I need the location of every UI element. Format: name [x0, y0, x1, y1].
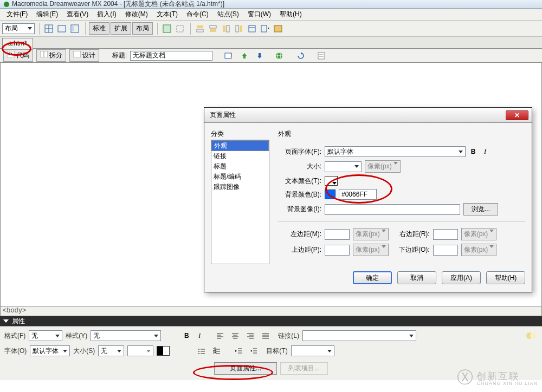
mode-standard[interactable]: 标准	[89, 22, 109, 35]
insertbar-category[interactable]: 布局	[2, 23, 35, 34]
quick-tag-icon[interactable]	[526, 330, 538, 342]
menu-view[interactable]: 查看(V)	[62, 9, 93, 20]
cat-links[interactable]: 链接	[211, 151, 269, 161]
style-select[interactable]: 无	[91, 330, 161, 341]
menu-text[interactable]: 文本(T)	[152, 9, 182, 20]
indent-icon[interactable]	[248, 345, 260, 357]
page-font-select[interactable]: 默认字体	[325, 146, 466, 157]
browse-button[interactable]: 浏览...	[463, 203, 498, 215]
menu-edit[interactable]: 编辑(E)	[32, 9, 62, 20]
page-properties-button[interactable]: 页面属性...	[214, 362, 277, 375]
row-above-icon[interactable]	[194, 23, 206, 35]
refresh-icon[interactable]	[295, 50, 307, 62]
target-label: 目标(T)	[266, 347, 287, 356]
layout-icon[interactable]	[69, 23, 81, 35]
menu-site[interactable]: 站点(S)	[213, 9, 243, 20]
preview-globe-icon[interactable]	[273, 50, 285, 62]
view-design-button[interactable]: 设计	[69, 49, 99, 62]
link-select[interactable]	[302, 330, 416, 341]
bg-color-input[interactable]	[339, 189, 377, 200]
validate-icon[interactable]	[223, 50, 235, 62]
mode-layout[interactable]: 布局	[132, 22, 153, 35]
svg-rect-19	[261, 25, 267, 32]
cat-title-encoding[interactable]: 标题/编码	[211, 172, 269, 182]
margin-right-input[interactable]	[433, 229, 458, 240]
size-label: 大小(S)	[73, 347, 95, 356]
row-below-icon[interactable]	[207, 23, 219, 35]
doc-tab[interactable]: a.htm*	[2, 38, 33, 49]
cancel-button[interactable]: 取消	[397, 271, 436, 284]
menu-window[interactable]: 窗口(W)	[243, 9, 275, 20]
bg-color-label: 背景颜色(B):	[278, 190, 321, 199]
size-select[interactable]: 无	[98, 345, 124, 356]
italic-toggle[interactable]: I	[481, 148, 489, 156]
text-color-swatch-dlg[interactable]	[325, 176, 338, 186]
view-code-button[interactable]: ‹›代码	[3, 49, 33, 62]
svg-point-57	[198, 353, 199, 354]
size-unit-select[interactable]	[127, 345, 153, 356]
italic-button[interactable]: I	[195, 332, 204, 340]
align-center-icon[interactable]	[229, 330, 241, 342]
col-left-icon[interactable]	[220, 23, 232, 35]
cat-appearance[interactable]: 外观	[211, 140, 269, 151]
tabular-icon[interactable]	[272, 23, 284, 35]
svg-rect-10	[197, 29, 203, 32]
svg-rect-4	[58, 25, 66, 32]
margin-top-unit[interactable]: 像素(px)	[353, 244, 389, 256]
separator	[278, 221, 525, 221]
bg-color-swatch[interactable]	[325, 190, 335, 199]
format-select[interactable]: 无	[29, 330, 62, 341]
mode-expanded[interactable]: 扩展	[111, 22, 131, 35]
align-left-icon[interactable]	[214, 330, 226, 342]
dialog-titlebar[interactable]: 页面属性 ✕	[204, 108, 532, 123]
menu-modify[interactable]: 修改(M)	[121, 9, 152, 20]
ul-icon[interactable]	[196, 345, 208, 357]
outdent-icon[interactable]	[233, 345, 244, 357]
cat-tracing-image[interactable]: 跟踪图像	[211, 182, 269, 192]
apply-button[interactable]: 应用(A)	[442, 271, 481, 284]
frames-dd-icon[interactable]	[259, 23, 271, 35]
table-icon[interactable]	[43, 23, 55, 35]
font-select[interactable]: 默认字体	[30, 345, 70, 356]
target-select[interactable]	[291, 345, 334, 356]
bg-image-input[interactable]	[325, 204, 460, 215]
ok-button[interactable]: 确定	[353, 271, 392, 284]
margin-left-unit[interactable]: 像素(px)	[353, 228, 389, 240]
properties-header[interactable]: 属性	[0, 316, 542, 326]
help-button[interactable]: 帮助(H)	[486, 271, 525, 284]
view-options-icon[interactable]	[315, 50, 327, 62]
align-justify-icon[interactable]	[260, 330, 272, 342]
layout-table-icon[interactable]	[161, 23, 173, 35]
menu-insert[interactable]: 插入(I)	[93, 9, 120, 20]
page-properties-dialog: 页面属性 ✕ 分类 外观 链接 标题 标题/编码 跟踪图像 外观 页面字体(F)…	[204, 107, 532, 292]
sync-icon[interactable]	[254, 50, 266, 62]
cat-headings[interactable]: 标题	[211, 161, 269, 172]
menu-file[interactable]: 文件(F)	[2, 9, 32, 20]
tag-selector[interactable]: <body>	[0, 306, 542, 316]
margin-bottom-unit[interactable]: 像素(px)	[461, 244, 497, 256]
margin-top-input[interactable]	[325, 245, 350, 256]
font-size-select[interactable]	[325, 161, 362, 172]
div-icon[interactable]	[56, 23, 68, 35]
col-right-icon[interactable]	[233, 23, 245, 35]
bold-button[interactable]: B	[182, 332, 191, 339]
list-item-button[interactable]: 列表项目...	[280, 362, 328, 375]
margin-right-unit[interactable]: 像素(px)	[461, 228, 497, 240]
view-split-button[interactable]: 拆分	[36, 49, 66, 62]
category-list[interactable]: 外观 链接 标题 标题/编码 跟踪图像	[211, 140, 269, 264]
frames-icon[interactable]	[246, 23, 258, 35]
font-size-unit[interactable]: 像素(px)	[365, 160, 401, 173]
menu-commands[interactable]: 命令(C)	[182, 9, 213, 20]
ol-icon[interactable]: 123	[211, 345, 223, 357]
dialog-close-button[interactable]: ✕	[506, 110, 528, 120]
svg-rect-13	[223, 25, 225, 32]
align-right-icon[interactable]	[244, 330, 256, 342]
layout-cell-icon[interactable]	[174, 23, 186, 35]
text-color-swatch[interactable]	[157, 346, 170, 356]
bold-toggle[interactable]: B	[469, 148, 478, 155]
menu-help[interactable]: 帮助(H)	[275, 9, 306, 20]
upload-icon[interactable]	[238, 50, 250, 62]
margin-left-input[interactable]	[325, 229, 350, 240]
margin-bottom-input[interactable]	[433, 245, 458, 256]
page-title-input[interactable]	[130, 51, 212, 61]
